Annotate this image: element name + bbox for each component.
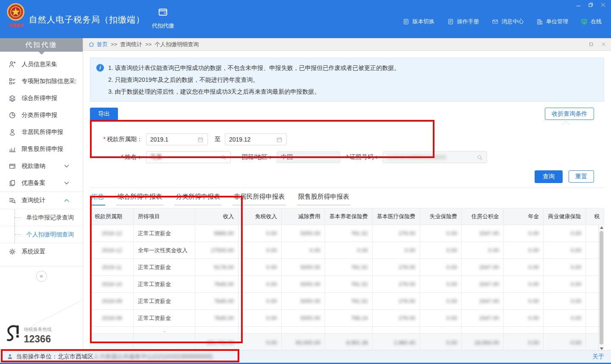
vertical-scrollbar[interactable] [598, 225, 604, 350]
amount-cell: 0.00 [372, 242, 420, 259]
header-menu-label: 在线 [591, 18, 602, 25]
amount-value: 0.00 [528, 298, 539, 304]
amount-cell: 5000.00 [281, 276, 325, 293]
calendar-icon[interactable] [197, 136, 204, 143]
amount-value: 5000.00 [300, 315, 320, 321]
sidebar-item-query-statistics[interactable]: 查询统计 [0, 192, 83, 209]
copy-icon [8, 179, 16, 187]
search-icon[interactable] [220, 154, 227, 161]
summary-amount: 8,991.36 [325, 333, 372, 350]
amount-value: 0.00 [266, 315, 277, 321]
tab-nonresident-return[interactable]: 非居民所得申报表 [233, 193, 286, 206]
breadcrumb-home[interactable]: 首页 [97, 41, 108, 48]
breadcrumb-separator: >> [145, 41, 151, 47]
user-icon [8, 128, 16, 136]
amount-cell: 0.00 [544, 225, 586, 242]
amount-value: 5000.00 [300, 298, 320, 304]
column-header: 税 [586, 208, 604, 225]
scroll-up-arrow[interactable] [600, 226, 603, 229]
filter-row-person: 姓名： 马某 国籍/地区： 中国 证照号码： 11010219990422000… [90, 151, 604, 164]
calendar-icon[interactable] [276, 136, 283, 143]
sidebar-item-restricted-shares[interactable]: 限售股所得申报 [0, 141, 83, 158]
ellipsis-cell: .. [134, 327, 195, 333]
name-input[interactable]: 马某 [146, 151, 231, 163]
amount-value: 0.00 [446, 247, 457, 253]
sidebar-item-nonresident-income[interactable]: 非居民所得申报 [0, 124, 83, 141]
sidebar-item-comprehensive-income[interactable]: 综合所得申报 [0, 90, 83, 107]
summary-amount: 60,000.00 [281, 333, 325, 350]
tree-line [14, 226, 15, 243]
sidebar-item-tax-payment[interactable]: 税款缴纳 [0, 158, 83, 175]
tab-summary[interactable]: 汇总 [90, 193, 105, 206]
query-button[interactable]: 查询 [535, 170, 563, 183]
vertical-scroll-thumb[interactable] [600, 231, 603, 345]
header-menu-unit-management[interactable]: 单位管理 [536, 18, 568, 25]
amount-value: 0.00 [446, 230, 457, 236]
panel-restore-icon[interactable] [589, 42, 594, 47]
column-header: 基本医疗保险费 [372, 208, 420, 225]
close-icon[interactable] [600, 2, 606, 8]
summary-value: 0.00 [266, 339, 277, 346]
user-add-icon [8, 61, 16, 68]
tab-underline [116, 205, 163, 206]
amount-value: 0.00 [357, 247, 368, 253]
tab-restricted-shares-return[interactable]: 限售股所得申报表 [297, 193, 350, 206]
nav-group-classified-income: 分类所得申报 [0, 107, 83, 124]
amount-value: 0.00 [446, 264, 457, 270]
summary-value: 0.00 [571, 339, 581, 346]
tab-comprehensive-return[interactable]: 综合所得申报表 [116, 193, 163, 206]
export-button[interactable]: 导出 [90, 108, 118, 120]
sidebar-item-label: 查询统计 [22, 197, 45, 204]
scroll-down-arrow[interactable] [600, 347, 603, 350]
breadcrumb-item: 个人扣缴明细查询 [154, 41, 199, 48]
restore-icon[interactable] [588, 2, 594, 8]
chevron-up-icon [63, 197, 70, 204]
income-item-cell: 正常工资薪金 [134, 293, 195, 310]
header-menu-manual[interactable]: 操作手册 [447, 18, 479, 25]
main-tab-withholding[interactable]: 代扣代缴 [149, 6, 177, 30]
sidebar-subitem-personal-withholding-detail-query[interactable]: 个人扣缴明细查询 [0, 226, 83, 243]
header-menu-online-status[interactable]: 在线 [581, 18, 602, 25]
search-icon[interactable] [476, 154, 483, 161]
period-from-input[interactable]: 2019.1 [146, 133, 208, 145]
header-menu-version-switch[interactable]: 版本切换 [403, 18, 434, 25]
period-cell: 2019-10 [90, 276, 134, 293]
amount-value: 279.00 [398, 281, 415, 287]
reset-button[interactable]: 重置 [569, 170, 594, 183]
amount-value: 0.00 [528, 281, 539, 287]
amount-value: 279.00 [398, 230, 415, 236]
period-from-value: 2019.1 [150, 136, 168, 143]
amount-value: 0.00 [571, 230, 581, 236]
sidebar-item-preference-filing[interactable]: 优惠备案 [0, 175, 83, 192]
amount-value: 761.52 [351, 230, 368, 236]
table-header-row: 税款所属期所得项目收入免税收入减除费用基本养老保险费基本医疗保险费失业保险费住房… [90, 208, 604, 225]
sidebar-item-personnel-info[interactable]: 人员信息采集 [0, 56, 83, 73]
minimize-icon[interactable] [576, 2, 581, 8]
id-number-value: 110102199904220000 [387, 154, 446, 161]
amount-cell: 0.00 [544, 276, 586, 293]
sidebar-subitem-unit-declare-record-query[interactable]: 单位申报记录查询 [0, 209, 83, 226]
tab-label: 非居民所得申报表 [234, 193, 285, 200]
income-item-cell: 正常工资薪金 [134, 276, 195, 293]
sidebar-item-classified-income[interactable]: 分类所得申报 [0, 107, 83, 124]
amount-cell: 0.00 [325, 242, 372, 259]
amount-value: 0.00 [266, 247, 277, 253]
tab-classified-return[interactable]: 分类所得申报表 [174, 193, 221, 206]
amount-cell: 5000.00 [281, 310, 325, 327]
about-link[interactable]: 关于 [592, 353, 604, 361]
period-to-input[interactable]: 2019.12 [225, 133, 287, 145]
sidebar-collapse-button[interactable]: « [36, 271, 47, 282]
nationality-value: 中国 [281, 153, 293, 161]
sidebar-item-system-settings[interactable]: 系统设置 [0, 243, 83, 260]
amount-value: 0.00 [571, 281, 581, 287]
sidebar-item-special-deduction[interactable]: 专项附加扣除信息采集 [0, 73, 83, 90]
amount-value: 0.00 [528, 247, 539, 253]
amount-value: 0.00 [310, 247, 320, 253]
panel-close-icon[interactable] [601, 42, 606, 47]
amount-cell: 1547.00 [462, 259, 503, 276]
amount-cell: 798.24 [325, 310, 372, 327]
header-menu-message-center[interactable]: 消息中心 [492, 18, 524, 25]
id-number-input[interactable]: 110102199904220000 [383, 151, 487, 163]
collapse-filter-button[interactable]: 收折查询条件 [545, 108, 594, 120]
submenu-label: 单位申报记录查询 [26, 214, 74, 222]
